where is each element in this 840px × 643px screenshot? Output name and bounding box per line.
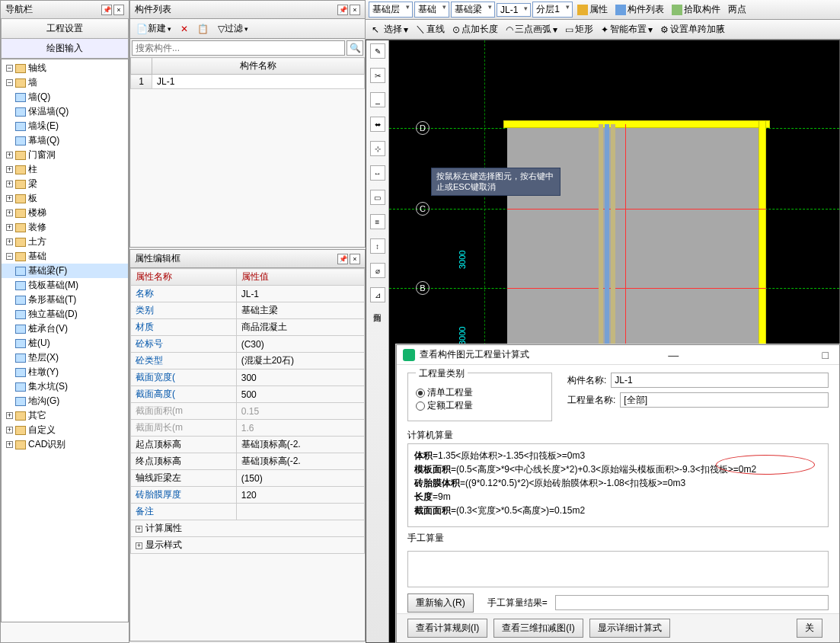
prop-button[interactable]: 属性 <box>574 2 611 18</box>
tree-leaf[interactable]: 条形基础(T) <box>2 293 128 307</box>
prop-row[interactable]: 终点顶标高基础顶标高(-2. <box>131 453 365 470</box>
twopoint-button[interactable]: 两点 <box>725 2 749 18</box>
type-select[interactable]: 基础梁 <box>451 2 495 18</box>
layer-select[interactable]: 分层1 <box>532 2 573 18</box>
close-button[interactable]: 关 <box>797 619 822 638</box>
tree-folder[interactable]: +门窗洞 <box>2 148 128 162</box>
vtool-对齐[interactable]: ↔ <box>370 165 385 181</box>
tree-leaf[interactable]: 柱墩(Y) <box>2 365 128 379</box>
prop-row[interactable]: 截面面积(m0.15 <box>131 403 365 420</box>
raft-slab[interactable] <box>507 124 766 345</box>
tree-leaf[interactable]: 保温墙(Q) <box>2 104 128 119</box>
prop-row[interactable]: 名称JL-1 <box>131 286 365 302</box>
close-icon[interactable]: × <box>350 5 360 15</box>
tree-folder[interactable]: +土方 <box>2 235 128 249</box>
prop-group[interactable]: +显示样式 <box>131 537 365 554</box>
tree-leaf[interactable]: 幕墙(Q) <box>2 133 128 148</box>
haunch-button[interactable]: ⚙ 设置单跨加腋 <box>657 21 728 37</box>
comp-select[interactable]: JL-1 <box>497 3 531 17</box>
prop-row[interactable]: 砼标号(C30) <box>131 336 365 353</box>
vtool-圆角[interactable]: ⊿ <box>370 287 385 302</box>
vtool-倒角[interactable]: ⌀ <box>370 263 385 278</box>
pick-button[interactable]: 拾取构件 <box>669 2 723 18</box>
tree-folder[interactable]: −墙 <box>2 75 128 90</box>
tree-leaf[interactable]: 垫层(X) <box>2 350 128 365</box>
qty-name-input[interactable] <box>620 392 829 408</box>
tree-leaf[interactable]: 地沟(G) <box>2 394 128 408</box>
close-icon[interactable]: × <box>350 254 360 264</box>
beam-right[interactable] <box>759 120 766 349</box>
tree-folder[interactable]: +其它 <box>2 408 128 423</box>
prop-row[interactable]: 备注 <box>131 504 365 520</box>
tree-leaf[interactable]: 桩承台(V) <box>2 322 128 336</box>
tree-folder[interactable]: +楼梯 <box>2 206 128 220</box>
vtool-延伸[interactable]: ✎ <box>370 43 385 59</box>
rect-button[interactable]: ▭ 矩形 <box>562 21 596 37</box>
prop-row[interactable]: 截面周长(m1.6 <box>131 420 365 437</box>
reinput-button[interactable]: 重新输入(R) <box>407 593 474 613</box>
tree-leaf[interactable]: 筏板基础(M) <box>2 278 128 293</box>
arc-button[interactable]: ◠ 三点画弧 ▾ <box>503 21 561 37</box>
prop-row[interactable]: 类别基础主梁 <box>131 302 365 319</box>
smart-button[interactable]: ✦ 智能布置 ▾ <box>598 21 656 37</box>
tree-leaf[interactable]: 墙(Q) <box>2 90 128 104</box>
prop-row[interactable]: 轴线距梁左(150) <box>131 470 365 487</box>
minimize-button[interactable]: — <box>663 349 683 361</box>
prop-row[interactable]: 砖胎膜厚度120 <box>131 487 365 504</box>
table-row[interactable]: 1 JL-1 <box>131 75 365 89</box>
beam-top[interactable] <box>503 120 770 128</box>
prop-row[interactable]: 起点顶标高基础顶标高(-2. <box>131 437 365 453</box>
cat-select[interactable]: 基础 <box>414 2 449 18</box>
tree-folder[interactable]: +自定义 <box>2 423 128 437</box>
prop-row[interactable]: 材质商品混凝土 <box>131 319 365 336</box>
tree-folder[interactable]: +CAD识别 <box>2 437 128 452</box>
maximize-button[interactable]: □ <box>818 349 833 361</box>
vtool-合并[interactable]: ⬌ <box>370 117 385 132</box>
tree-leaf[interactable]: 独立基础(D) <box>2 307 128 322</box>
tree-folder[interactable]: +梁 <box>2 177 128 191</box>
nav-tab-draw[interactable]: 绘图输入 <box>1 38 129 59</box>
radio-list[interactable]: 清单工程量 <box>416 386 473 399</box>
tree-leaf[interactable]: 集水坑(S) <box>2 379 128 394</box>
vtool-打断[interactable]: ⎯ <box>370 92 385 107</box>
comp-name-input[interactable] <box>611 373 829 388</box>
delete-button[interactable]: ✕ <box>177 22 191 36</box>
view-rules-button[interactable]: 查看计算规则(I) <box>407 619 487 638</box>
select-button[interactable]: ↖选择 ▾ <box>369 21 411 37</box>
vtool-设置夹点[interactable]: ↕ <box>370 238 385 254</box>
filter-button[interactable]: ▽ 过滤 <box>215 21 251 37</box>
nav-tree[interactable]: −轴线−墙墙(Q)保温墙(Q)墙垛(E)幕墙(Q)+门窗洞+柱+梁+板+楼梯+装… <box>1 59 129 622</box>
vtool-拉伸[interactable]: ≡ <box>370 214 385 229</box>
tree-leaf[interactable]: 墙垛(E) <box>2 119 128 133</box>
show-detail-button[interactable]: 显示详细计算式 <box>589 619 670 638</box>
tree-folder[interactable]: +柱 <box>2 162 128 177</box>
close-icon[interactable]: × <box>113 5 124 15</box>
prop-row[interactable]: 截面宽度(300 <box>131 369 365 386</box>
vtool-偏移[interactable]: ▭ <box>370 190 385 205</box>
search-icon[interactable]: 🔍 <box>347 40 363 56</box>
tree-folder[interactable]: +装修 <box>2 220 128 235</box>
complist-button[interactable]: 构件列表 <box>612 2 667 18</box>
nav-tab-project[interactable]: 工程设置 <box>1 18 129 39</box>
manual-calc-box[interactable] <box>407 551 829 587</box>
pin-icon[interactable]: 📌 <box>337 5 348 15</box>
tree-leaf[interactable]: 桩(U) <box>2 336 128 350</box>
tree-folder[interactable]: −基础 <box>2 249 128 264</box>
tree-leaf[interactable]: 基础梁(F) <box>2 264 128 278</box>
vtool-修剪[interactable]: ✂ <box>370 68 385 83</box>
prop-row[interactable]: 砼类型(混凝土20石) <box>131 353 365 369</box>
prop-row[interactable]: 截面高度(500 <box>131 386 365 403</box>
pin-icon[interactable]: 📌 <box>337 254 348 264</box>
new-button[interactable]: 📄 新建 <box>133 21 174 37</box>
floor-select[interactable]: 基础层 <box>369 2 413 18</box>
search-input[interactable] <box>132 40 345 56</box>
tree-folder[interactable]: +板 <box>2 191 128 206</box>
radio-quota[interactable]: 定额工程量 <box>416 399 473 412</box>
pointlen-button[interactable]: ⊙ 点加长度 <box>449 21 501 37</box>
prop-group[interactable]: +计算属性 <box>131 520 365 537</box>
tree-folder[interactable]: −轴线 <box>2 61 128 75</box>
vtool-分割[interactable]: ⊹ <box>370 141 385 156</box>
view-3d-button[interactable]: 查看三维扣减图(I) <box>493 619 583 638</box>
pin-icon[interactable]: 📌 <box>101 5 112 15</box>
line-button[interactable]: ＼ 直线 <box>413 21 448 37</box>
